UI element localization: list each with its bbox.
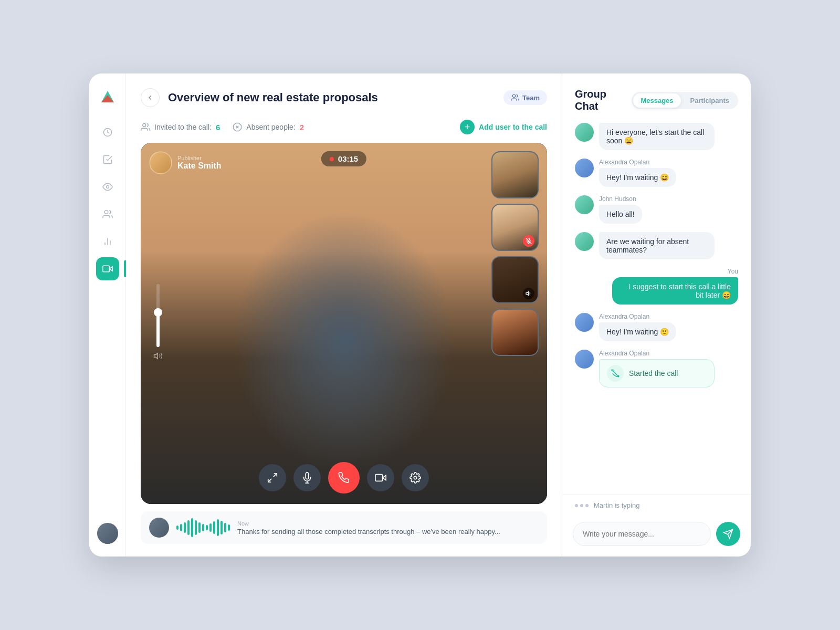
- page-title: Overview of new real estate proposals: [168, 91, 495, 104]
- add-user-label: Add user to the call: [479, 123, 547, 131]
- sidebar-item-analytics[interactable]: [96, 230, 119, 253]
- message-input[interactable]: [573, 522, 711, 546]
- transcript-content: Now Thanks for sending all those complet…: [237, 520, 539, 536]
- message-row: Alexandra Opalan Hey! I'm waiting 😄: [575, 159, 738, 187]
- video-container: Publisher Kate Smith 03:15: [141, 143, 547, 504]
- msg-bubble: Hey! I'm waiting 🙂: [599, 322, 676, 341]
- tab-messages[interactable]: Messages: [633, 93, 680, 108]
- msg-sender: You: [575, 268, 738, 275]
- sidebar-item-recent[interactable]: [96, 121, 119, 144]
- msg-content: Alexandra Opalan Hey! I'm waiting 🙂: [599, 313, 738, 341]
- chat-header: Group Chat Messages Participants: [562, 88, 751, 123]
- add-user-icon: +: [460, 120, 475, 134]
- typing-dots: [575, 504, 589, 507]
- thumbnail-4[interactable]: [491, 309, 539, 356]
- msg-content: Alexandra Opalan Hey! I'm waiting 😄: [599, 159, 738, 187]
- svg-point-11: [143, 123, 146, 127]
- svg-point-25: [414, 476, 417, 479]
- back-button[interactable]: [141, 88, 160, 107]
- svg-point-10: [512, 94, 515, 97]
- main-content: Overview of new real estate proposals Te…: [126, 74, 562, 556]
- msg-avatar: [575, 195, 594, 214]
- sidebar-item-watch[interactable]: [96, 175, 119, 198]
- audio-waveform: [176, 518, 230, 537]
- transcript-bar: Now Thanks for sending all those complet…: [141, 511, 547, 544]
- dot-3: [585, 504, 589, 507]
- expand-button[interactable]: [259, 464, 286, 491]
- transcript-time: Now: [237, 520, 539, 527]
- settings-button[interactable]: [402, 464, 429, 491]
- thumbnail-1[interactable]: [491, 151, 539, 198]
- msg-bubble: Hello all!: [599, 205, 642, 224]
- msg-sender: Alexandra Opalan: [599, 350, 738, 357]
- add-user-button[interactable]: + Add user to the call: [460, 120, 547, 134]
- participant-thumbnails: [491, 151, 539, 356]
- mute-button[interactable]: [293, 464, 321, 491]
- chat-tabs: Messages Participants: [632, 92, 738, 109]
- msg-avatar: [575, 232, 594, 251]
- message-row: Alexandra Opalan Started the call: [575, 350, 738, 387]
- absent-label: Absent people:: [246, 123, 295, 131]
- msg-content: John Hudson Hello all!: [599, 195, 738, 224]
- tab-participants[interactable]: Participants: [683, 93, 737, 108]
- send-button[interactable]: [716, 522, 740, 546]
- sidebar-item-video[interactable]: [96, 257, 119, 280]
- message-row: You I suggest to start this call a littl…: [575, 268, 738, 304]
- svg-line-20: [268, 479, 271, 482]
- end-call-button[interactable]: [328, 462, 360, 494]
- publisher-info: Publisher Kate Smith: [177, 155, 222, 171]
- sidebar: [89, 74, 126, 556]
- chat-messages: Hi everyone, let's start the call soon 😄…: [562, 123, 751, 495]
- user-avatar[interactable]: [97, 523, 118, 544]
- transcript-message: Thanks for sending all those completed t…: [237, 528, 539, 536]
- invited-count: 6: [216, 123, 220, 132]
- svg-marker-23: [383, 475, 386, 480]
- thumbnail-3[interactable]: [491, 256, 539, 303]
- svg-marker-18: [154, 353, 158, 359]
- team-badge-label: Team: [522, 94, 540, 102]
- publisher-name: Kate Smith: [177, 161, 222, 171]
- thumbnail-2[interactable]: [491, 204, 539, 251]
- chat-panel: Group Chat Messages Participants Hi ever…: [562, 74, 751, 556]
- msg-bubble: Hi everyone, let's start the call soon 😄: [599, 123, 715, 150]
- svg-point-3: [106, 186, 109, 188]
- thumb-person-4: [492, 310, 538, 355]
- absent-stat: Absent people: 2: [233, 122, 304, 132]
- dot-2: [580, 504, 583, 507]
- page-header: Overview of new real estate proposals Te…: [141, 88, 547, 107]
- absent-count: 2: [300, 123, 304, 132]
- msg-bubble-action: Started the call: [599, 359, 715, 387]
- message-row: Alexandra Opalan Hey! I'm waiting 🙂: [575, 313, 738, 341]
- svg-marker-17: [526, 292, 529, 296]
- msg-avatar: [575, 159, 594, 177]
- typing-text: Martin is typing: [594, 501, 639, 509]
- svg-point-4: [104, 211, 108, 214]
- msg-content: Are we waiting for absent teammates?: [599, 232, 738, 259]
- msg-avatar: [575, 313, 594, 332]
- publisher-overlay: Publisher Kate Smith: [149, 151, 222, 174]
- volume-thumb: [154, 308, 162, 317]
- volume-control[interactable]: [153, 284, 163, 363]
- team-badge[interactable]: Team: [503, 90, 547, 105]
- volume-track: [156, 284, 160, 347]
- camera-button[interactable]: [367, 464, 394, 491]
- transcript-avatar: [149, 518, 169, 538]
- message-row: Hi everyone, let's start the call soon 😄: [575, 123, 738, 150]
- msg-content: Alexandra Opalan Started the call: [599, 350, 738, 387]
- chat-input-row: [562, 516, 751, 556]
- svg-marker-1: [101, 95, 114, 102]
- thumb-person-1: [492, 152, 538, 197]
- msg-bubble: Are we waiting for absent teammates?: [599, 232, 715, 259]
- msg-sender: John Hudson: [599, 195, 738, 203]
- dot-1: [575, 504, 578, 507]
- action-icon: [607, 365, 624, 382]
- msg-avatar: [575, 350, 594, 369]
- svg-marker-8: [109, 267, 112, 271]
- sidebar-item-people[interactable]: [96, 203, 119, 226]
- sidebar-item-tasks[interactable]: [96, 148, 119, 171]
- message-row: John Hudson Hello all!: [575, 195, 738, 224]
- msg-bubble: I suggest to start this call a little bi…: [612, 277, 738, 304]
- call-timer: 03:15: [321, 151, 366, 166]
- msg-sender: Alexandra Opalan: [599, 159, 738, 166]
- video-controls: [259, 462, 429, 494]
